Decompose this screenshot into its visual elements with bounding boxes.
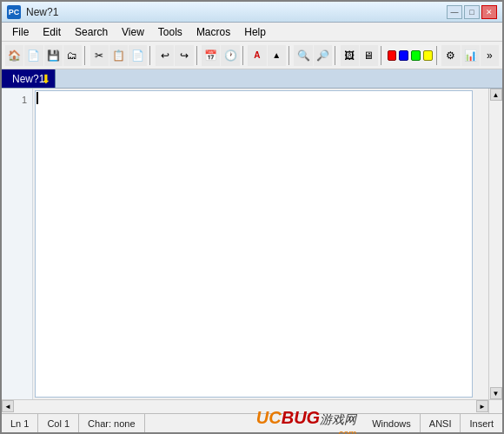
app-icon: PC xyxy=(7,5,21,19)
toolbar-date[interactable]: 📅 xyxy=(202,45,220,66)
toolbar-separator-6 xyxy=(335,46,338,65)
scrollbar-left-arrow[interactable]: ◄ xyxy=(2,400,14,412)
window-title: New?1 xyxy=(26,6,447,18)
scrollbar-horizontal-container: ◄ ► xyxy=(2,399,502,413)
menu-macros[interactable]: Macros xyxy=(189,24,237,40)
status-ln: Ln 1 xyxy=(2,414,38,432)
status-char: Char: none xyxy=(79,414,144,432)
watermark-uc: UC xyxy=(256,408,282,428)
toolbar-separator-8 xyxy=(436,46,440,65)
toolbar-more[interactable]: » xyxy=(481,45,499,66)
menu-help[interactable]: Help xyxy=(237,24,273,40)
menu-edit[interactable]: Edit xyxy=(36,24,68,40)
toolbar-separator-5 xyxy=(288,46,292,65)
scrollbar-down-arrow[interactable]: ▼ xyxy=(490,387,502,399)
watermark-brand: UC BUG 游戏网 xyxy=(256,408,356,428)
toolbar-btn-a[interactable]: A xyxy=(248,45,266,66)
close-button[interactable]: ✕ xyxy=(481,5,497,19)
toolbar: 🏠 📄 💾 🗂 ✂ 📋 📄 ↩ ↪ 📅 🕐 A ▲ 🔍 🔎 🖼 🖥 ⚙ 📊 » xyxy=(2,42,502,69)
toolbar-settings[interactable]: ⚙ xyxy=(441,45,460,66)
tab-bar: New?1 ⬇ xyxy=(2,69,502,89)
toolbar-separator-7 xyxy=(381,46,384,65)
scrollbar-horizontal[interactable] xyxy=(14,400,476,413)
toolbar-open[interactable]: 📄 xyxy=(24,45,43,66)
menu-bar: File Edit Search View Tools Macros Help xyxy=(2,23,502,42)
tab-label: New?1 xyxy=(12,73,44,85)
toolbar-search2[interactable]: 🔎 xyxy=(314,45,332,66)
watermark-container: UC BUG 游戏网 .com xyxy=(256,408,363,434)
menu-view[interactable]: View xyxy=(115,24,151,40)
toolbar-new[interactable]: 🏠 xyxy=(5,45,23,66)
maximize-button[interactable]: □ xyxy=(464,5,480,19)
toolbar-color2[interactable] xyxy=(399,50,408,61)
toolbar-color4[interactable] xyxy=(423,50,433,61)
status-mode: Insert xyxy=(461,414,502,432)
status-bar: Ln 1 Col 1 Char: none UC BUG 游戏网 .com Wi… xyxy=(2,413,502,432)
editor-main: 1 ▲ ▼ xyxy=(2,89,502,399)
toolbar-monitor[interactable]: 🖥 xyxy=(360,45,378,66)
menu-search[interactable]: Search xyxy=(68,24,115,40)
toolbar-separator-2 xyxy=(149,46,153,65)
menu-tools[interactable]: Tools xyxy=(151,24,189,40)
toolbar-search[interactable]: 🔍 xyxy=(294,45,312,66)
window-controls: — □ ✕ xyxy=(447,5,497,19)
toolbar-color3[interactable] xyxy=(411,50,421,61)
title-bar: PC New?1 — □ ✕ xyxy=(2,2,502,23)
text-cursor xyxy=(36,92,38,104)
scrollbar-right-arrow[interactable]: ► xyxy=(476,400,488,412)
status-encoding: Windows xyxy=(363,414,421,432)
toolbar-redo[interactable]: ↪ xyxy=(175,45,193,66)
watermark: UC BUG 游戏网 .com xyxy=(256,408,356,434)
editor-wrapper: 1 ▲ ▼ ◄ ► xyxy=(2,89,502,413)
toolbar-copy[interactable]: 📋 xyxy=(109,45,128,66)
toolbar-paste[interactable]: 📄 xyxy=(129,45,147,66)
toolbar-save2[interactable]: 🗂 xyxy=(63,45,82,66)
status-col: Col 1 xyxy=(38,414,79,432)
tab-download-icon: ⬇ xyxy=(41,72,51,86)
scrollbar-up-arrow[interactable]: ▲ xyxy=(490,89,502,101)
watermark-domain: .com xyxy=(256,428,356,434)
toolbar-separator-3 xyxy=(196,46,200,65)
line-number-1: 1 xyxy=(2,92,32,108)
toolbar-time[interactable]: 🕐 xyxy=(221,45,239,66)
scrollbar-vertical[interactable]: ▲ ▼ xyxy=(488,89,502,399)
scrollbar-corner xyxy=(488,400,502,413)
toolbar-separator-1 xyxy=(84,46,88,65)
toolbar-separator-4 xyxy=(242,46,246,65)
menu-file[interactable]: File xyxy=(5,24,36,40)
line-numbers: 1 xyxy=(2,89,33,399)
minimize-button[interactable]: — xyxy=(447,5,462,19)
status-ansi: ANSI xyxy=(421,414,461,432)
tab-new1[interactable]: New?1 ⬇ xyxy=(2,69,56,88)
toolbar-img[interactable]: 🖼 xyxy=(341,45,359,66)
editor-content[interactable] xyxy=(33,89,488,399)
toolbar-cut[interactable]: ✂ xyxy=(90,45,109,66)
toolbar-chart[interactable]: 📊 xyxy=(461,45,480,66)
toolbar-undo[interactable]: ↩ xyxy=(156,45,174,66)
toolbar-save[interactable]: 💾 xyxy=(44,45,63,66)
watermark-bug: BUG xyxy=(282,408,320,428)
main-window: PC New?1 — □ ✕ File Edit Search View Too… xyxy=(0,0,504,434)
toolbar-color[interactable] xyxy=(388,50,397,61)
app-icon-label: PC xyxy=(9,8,20,16)
watermark-game: 游戏网 xyxy=(320,412,356,428)
toolbar-btn-b[interactable]: ▲ xyxy=(268,45,286,66)
